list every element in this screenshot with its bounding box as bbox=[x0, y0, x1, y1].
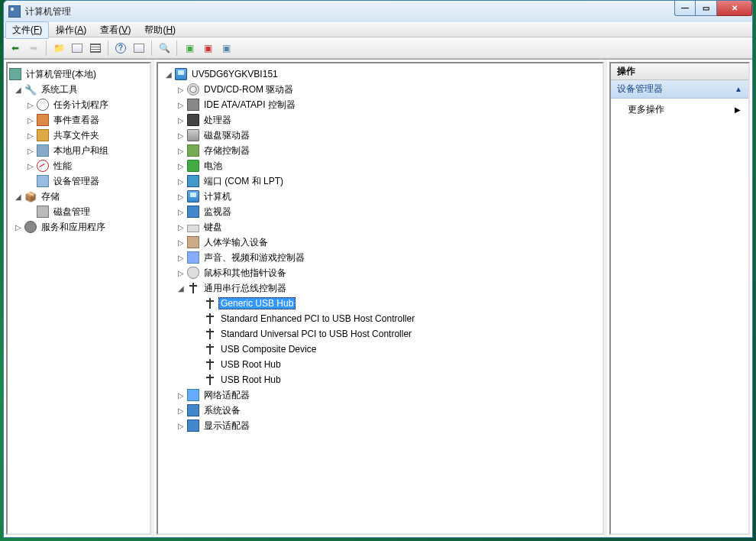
expand-icon[interactable]: ▷ bbox=[175, 404, 187, 416]
splitter-left[interactable] bbox=[151, 60, 154, 537]
expand-icon[interactable]: ▷ bbox=[12, 221, 24, 233]
expand-icon[interactable]: ▷ bbox=[175, 144, 187, 157]
device-ports[interactable]: ▷端口 (COM 和 LPT) bbox=[160, 173, 601, 189]
device-mouse[interactable]: ▷鼠标和其他指针设备 bbox=[160, 265, 601, 280]
tree-disk-management[interactable]: 磁盘管理 bbox=[9, 204, 148, 219]
tool-button-3[interactable]: ▣ bbox=[218, 40, 234, 57]
menubar: 文件(F) 操作(A) 查看(V) 帮助(H) bbox=[4, 22, 752, 37]
device-system[interactable]: ▷系统设备 bbox=[160, 403, 601, 418]
mgmt-icon bbox=[9, 68, 21, 80]
device-network[interactable]: ▷网络适配器 bbox=[160, 387, 601, 403]
expand-icon[interactable]: ▷ bbox=[175, 129, 187, 141]
device-ide[interactable]: ▷IDE ATA/ATAPI 控制器 bbox=[160, 97, 601, 112]
collapse-icon[interactable]: ◢ bbox=[175, 282, 187, 294]
tree-task-scheduler[interactable]: ▷任务计划程序 bbox=[9, 97, 148, 112]
properties-button[interactable] bbox=[69, 40, 86, 57]
tree-storage[interactable]: ◢📦存储 bbox=[9, 189, 148, 204]
device-hid[interactable]: ▷人体学输入设备 bbox=[160, 235, 601, 250]
device-sound[interactable]: ▷声音、视频和游戏控制器 bbox=[160, 250, 601, 265]
expand-icon[interactable]: ▷ bbox=[175, 190, 187, 202]
close-button[interactable]: ✕ bbox=[717, 1, 752, 16]
expand-icon[interactable]: ▷ bbox=[175, 83, 187, 96]
device-cpu[interactable]: ▷处理器 bbox=[160, 112, 601, 128]
tree-shared-folders[interactable]: ▷共享文件夹 bbox=[9, 128, 148, 143]
device-usb-composite[interactable]: USB Composite Device bbox=[160, 342, 601, 357]
splitter-right[interactable] bbox=[604, 60, 607, 537]
device-monitor[interactable]: ▷监视器 bbox=[160, 204, 601, 219]
expand-icon[interactable]: ▷ bbox=[175, 160, 187, 172]
titlebar[interactable]: 计算机管理 — ▭ ✕ bbox=[4, 1, 752, 22]
tree-performance[interactable]: ▷性能 bbox=[9, 158, 148, 173]
up-button[interactable]: 📁 bbox=[50, 40, 67, 57]
show-hide-button[interactable] bbox=[131, 40, 147, 57]
expand-icon[interactable]: ▷ bbox=[24, 129, 37, 141]
forward-button[interactable]: ➡ bbox=[25, 40, 42, 57]
menu-view[interactable]: 查看(V) bbox=[93, 21, 137, 39]
device-storage[interactable]: ▷存储控制器 bbox=[160, 143, 601, 158]
pane-icon bbox=[134, 44, 144, 53]
disk-icon bbox=[187, 129, 199, 141]
menu-help[interactable]: 帮助(H) bbox=[137, 21, 183, 39]
device-computer[interactable]: ▷计算机 bbox=[160, 189, 601, 204]
app-window: 计算机管理 — ▭ ✕ 文件(F) 操作(A) 查看(V) 帮助(H) ⬅ ➡ … bbox=[3, 0, 753, 538]
device-keyboard[interactable]: ▷键盘 bbox=[160, 219, 601, 235]
tree-local-users[interactable]: ▷本地用户和组 bbox=[9, 143, 148, 158]
usb-icon bbox=[205, 298, 215, 309]
expand-icon[interactable]: ▷ bbox=[24, 114, 37, 126]
console-tree-pane[interactable]: 计算机管理(本地) ◢🔧系统工具 ▷任务计划程序 ▷事件查看器 ▷共享文件夹 ▷… bbox=[6, 62, 151, 535]
expand-icon[interactable]: ▷ bbox=[175, 267, 187, 279]
chevron-right-icon: ▶ bbox=[735, 105, 741, 114]
content-area: 计算机管理(本地) ◢🔧系统工具 ▷任务计划程序 ▷事件查看器 ▷共享文件夹 ▷… bbox=[4, 59, 752, 537]
collapse-icon[interactable]: ◢ bbox=[163, 68, 175, 80]
help-button[interactable]: ? bbox=[112, 40, 129, 57]
toolbar: ⬅ ➡ 📁 ? 🔍 ▣ ▣ ▣ bbox=[4, 37, 752, 59]
device-disk[interactable]: ▷磁盘驱动器 bbox=[160, 128, 601, 143]
expand-icon[interactable]: ▷ bbox=[24, 160, 37, 172]
device-usb-root2[interactable]: USB Root Hub bbox=[160, 372, 601, 387]
actions-more[interactable]: 更多操作▶ bbox=[611, 99, 748, 121]
expand-icon[interactable]: ▷ bbox=[175, 236, 187, 248]
device-usb-universal[interactable]: Standard Universal PCI to USB Host Contr… bbox=[160, 326, 601, 342]
app-icon bbox=[8, 5, 21, 18]
actions-section[interactable]: 设备管理器▲ bbox=[611, 80, 748, 99]
minimize-button[interactable]: — bbox=[674, 1, 696, 16]
maximize-button[interactable]: ▭ bbox=[696, 1, 717, 16]
tool-button-1[interactable]: ▣ bbox=[181, 40, 198, 57]
expand-icon[interactable]: ▷ bbox=[24, 99, 37, 111]
expand-icon[interactable]: ▷ bbox=[175, 221, 187, 233]
expand-icon[interactable]: ▷ bbox=[175, 99, 187, 111]
expand-icon[interactable]: ▷ bbox=[175, 389, 187, 401]
tree-services-apps[interactable]: ▷服务和应用程序 bbox=[9, 219, 148, 235]
expand-icon[interactable]: ▷ bbox=[175, 206, 187, 218]
collapse-icon[interactable]: ◢ bbox=[12, 83, 24, 96]
collapse-icon[interactable]: ◢ bbox=[12, 190, 24, 202]
network-icon bbox=[187, 389, 199, 401]
tree-root[interactable]: 计算机管理(本地) bbox=[9, 66, 148, 82]
usb-icon bbox=[205, 374, 215, 385]
expand-icon[interactable]: ▷ bbox=[24, 144, 37, 157]
tree-system-tools[interactable]: ◢🔧系统工具 bbox=[9, 82, 148, 97]
list-button[interactable] bbox=[87, 40, 104, 57]
help-icon: ? bbox=[115, 43, 126, 53]
tree-event-viewer[interactable]: ▷事件查看器 bbox=[9, 112, 148, 128]
device-usb-enhanced[interactable]: Standard Enhanced PCI to USB Host Contro… bbox=[160, 311, 601, 326]
scan-button[interactable]: 🔍 bbox=[156, 40, 173, 57]
device-root[interactable]: ◢UV5DG6YGKVBI151 bbox=[160, 66, 601, 82]
users-icon bbox=[37, 144, 49, 157]
menu-action[interactable]: 操作(A) bbox=[49, 21, 93, 39]
device-usb-generic[interactable]: Generic USB Hub bbox=[160, 296, 601, 311]
tool-button-2[interactable]: ▣ bbox=[199, 40, 216, 57]
expand-icon[interactable]: ▷ bbox=[175, 114, 187, 126]
expand-icon[interactable]: ▷ bbox=[175, 251, 187, 264]
device-tree-pane[interactable]: ◢UV5DG6YGKVBI151 ▷DVD/CD-ROM 驱动器 ▷IDE AT… bbox=[157, 62, 604, 535]
expand-icon[interactable]: ▷ bbox=[175, 175, 187, 187]
device-dvd[interactable]: ▷DVD/CD-ROM 驱动器 bbox=[160, 82, 601, 97]
expand-icon[interactable]: ▷ bbox=[175, 420, 187, 432]
device-usb[interactable]: ◢通用串行总线控制器 bbox=[160, 280, 601, 296]
menu-file[interactable]: 文件(F) bbox=[5, 21, 49, 39]
device-display[interactable]: ▷显示适配器 bbox=[160, 418, 601, 433]
device-usb-root1[interactable]: USB Root Hub bbox=[160, 357, 601, 372]
back-button[interactable]: ⬅ bbox=[7, 40, 24, 57]
tree-device-manager[interactable]: 设备管理器 bbox=[9, 173, 148, 189]
device-battery[interactable]: ▷电池 bbox=[160, 158, 601, 173]
